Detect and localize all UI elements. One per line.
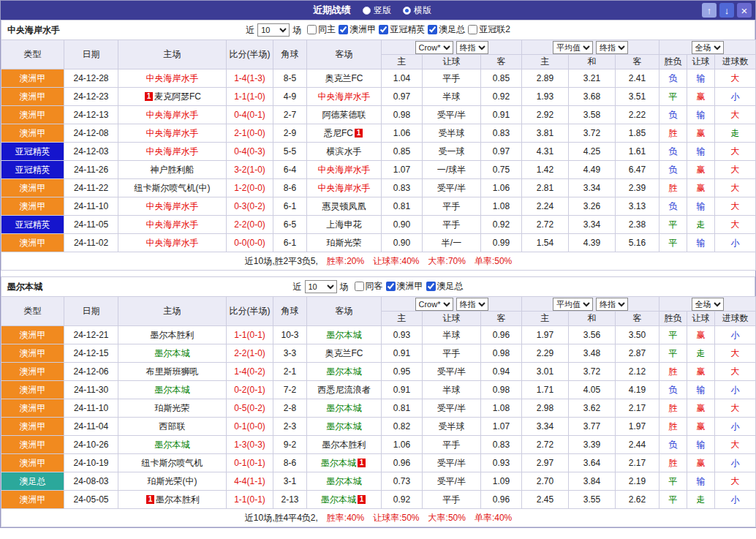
scroll-up-button[interactable]: ↑ (702, 3, 717, 18)
team-name[interactable]: 珀斯光荣 (155, 403, 190, 413)
team-name[interactable]: 墨尔本城 (155, 348, 190, 358)
team-name[interactable]: 墨尔本城 (321, 458, 356, 468)
bookmaker-select[interactable]: Crow* (415, 41, 453, 54)
team-name[interactable]: 墨尔本胜利 (151, 330, 194, 340)
team-name[interactable]: 墨尔本城 (327, 330, 362, 340)
avg-group-header: 平均值 终指 (522, 40, 659, 55)
team-name[interactable]: 奥克兰FC (325, 73, 363, 83)
odds-handicap: 受平/半 (423, 363, 481, 381)
filter-checkbox[interactable] (379, 25, 388, 34)
team-name[interactable]: 奥克兰FC (325, 348, 363, 358)
team-name[interactable]: 布里斯班狮吼 (146, 366, 199, 377)
avg-draw: 3.68 (569, 88, 616, 106)
team-name[interactable]: 纽卡斯尔喷气机(中) (135, 183, 211, 193)
filter-checkbox[interactable] (307, 25, 317, 34)
result-group-header: 全场 (659, 297, 756, 312)
team-name[interactable]: 横滨水手 (327, 146, 362, 157)
filter-checkbox[interactable] (386, 282, 396, 291)
match-date: 24-11-10 (64, 197, 118, 216)
odds-final-select[interactable]: 终指 (456, 41, 488, 54)
filter-checkbox[interactable] (428, 25, 437, 34)
team-name[interactable]: 珀斯光荣 (327, 238, 362, 248)
result-outcome: 平 (659, 472, 687, 491)
result-goals: 小 (715, 234, 756, 252)
team-name[interactable]: 神户胜利船 (151, 165, 194, 175)
team-name[interactable]: 墨尔本城 (327, 403, 362, 413)
view-mode-radio[interactable]: 横版 (403, 4, 431, 17)
bookmaker-select[interactable]: Crow* (415, 298, 453, 311)
score: 2-2(1-0) (227, 344, 273, 363)
match-count-select[interactable]: 10 (257, 23, 290, 37)
team-name[interactable]: 墨尔本胜利 (156, 494, 200, 505)
scope-select[interactable]: 全场 (692, 298, 724, 311)
team-name[interactable]: 西部联 (159, 421, 186, 431)
team-name[interactable]: 中央海岸水手 (146, 128, 199, 138)
team-name[interactable]: 上海申花 (327, 219, 362, 230)
average-select[interactable]: 平均值 (553, 298, 593, 311)
filter-option[interactable]: 澳洲甲 (339, 23, 376, 36)
odds-handicap: 受平/半 (423, 179, 481, 197)
team-name[interactable]: 墨尔本城 (327, 421, 362, 431)
team-name[interactable]: 墨尔本城 (321, 494, 356, 505)
filter-games-label: 场 (292, 24, 301, 37)
corners: 4-9 (273, 88, 307, 106)
team-name[interactable]: 中央海岸水手 (318, 91, 371, 102)
scope-select[interactable]: 全场 (692, 41, 724, 54)
odds-final-select[interactable]: 终指 (456, 298, 488, 311)
team-name[interactable]: 中央海岸水手 (146, 73, 199, 83)
score: 1-3(0-3) (227, 436, 273, 454)
team-name[interactable]: 珀斯光荣(中) (148, 476, 197, 486)
team-name[interactable]: 惠灵顿凤凰 (322, 201, 366, 211)
avg-home: 2.89 (522, 69, 569, 88)
match-count-select[interactable]: 10 (305, 280, 337, 293)
team-name[interactable]: 西悉尼流浪者 (318, 385, 371, 395)
filter-label: 澳足总 (437, 280, 464, 293)
avg-draw: 4.39 (569, 234, 616, 252)
team-name[interactable]: 纽卡斯尔喷气机 (142, 458, 203, 468)
filter-option[interactable]: 同主 (307, 23, 336, 36)
team-name[interactable]: 墨尔本城 (327, 366, 362, 377)
team-name[interactable]: 墨尔本城 (327, 476, 362, 486)
result-goals: 小 (715, 418, 756, 436)
home-team: 墨尔本城 (118, 436, 227, 454)
filter-checkbox[interactable] (426, 282, 436, 291)
team-name[interactable]: 墨尔本城 (155, 385, 190, 395)
close-button[interactable]: × (737, 3, 752, 18)
filter-checkbox[interactable] (468, 25, 477, 34)
team-name[interactable]: 阿德莱德联 (322, 110, 366, 120)
filter-option[interactable]: 亚冠联2 (468, 23, 510, 36)
team-name[interactable]: 中央海岸水手 (146, 219, 199, 230)
filter-checkbox[interactable] (355, 282, 364, 291)
league-type: 澳洲甲 (1, 491, 64, 509)
view-mode-radio[interactable]: 竖版 (363, 4, 391, 17)
match-row: 澳足总24-08-03珀斯光荣(中)4-4(1-1)3-1墨尔本城0.73受平/… (1, 472, 756, 491)
team-name[interactable]: 中央海岸水手 (146, 238, 199, 248)
league-type: 澳洲甲 (1, 363, 64, 381)
scroll-down-button[interactable]: ↓ (719, 3, 734, 18)
home-team: 1麦克阿瑟FC (118, 88, 227, 106)
team-name[interactable]: 中央海岸水手 (146, 146, 199, 157)
team-name[interactable]: 中央海岸水手 (318, 183, 371, 193)
team-name[interactable]: 悉尼FC (324, 128, 353, 138)
filter-option[interactable]: 澳足总 (426, 280, 464, 293)
team-section: 墨尔本城 近 10 场 同客澳洲甲澳足总 类型 日期 主场 比分(半场) (1, 276, 755, 527)
average-select[interactable]: 平均值 (553, 41, 593, 54)
team-name[interactable]: 麦克阿瑟FC (154, 91, 201, 102)
odds-home: 0.97 (382, 88, 423, 106)
match-date: 24-11-30 (64, 381, 118, 399)
team-name[interactable]: 中央海岸水手 (146, 201, 199, 211)
result-handicap: 输 (687, 472, 715, 491)
filter-option[interactable]: 澳足总 (428, 23, 465, 36)
filter-checkbox[interactable] (339, 25, 348, 34)
team-name[interactable]: 中央海岸水手 (318, 165, 371, 175)
filter-option[interactable]: 同客 (355, 280, 383, 293)
average-final-select[interactable]: 终指 (596, 41, 628, 54)
filter-option[interactable]: 澳洲甲 (386, 280, 423, 293)
average-final-select[interactable]: 终指 (596, 298, 628, 311)
filter-option[interactable]: 亚冠精英 (379, 23, 425, 36)
team-name[interactable]: 墨尔本城 (155, 440, 190, 450)
team-name[interactable]: 墨尔本胜利 (322, 440, 366, 450)
team-name[interactable]: 中央海岸水手 (146, 110, 199, 120)
result-outcome: 负 (659, 106, 687, 124)
odds-home: 0.85 (382, 143, 423, 161)
